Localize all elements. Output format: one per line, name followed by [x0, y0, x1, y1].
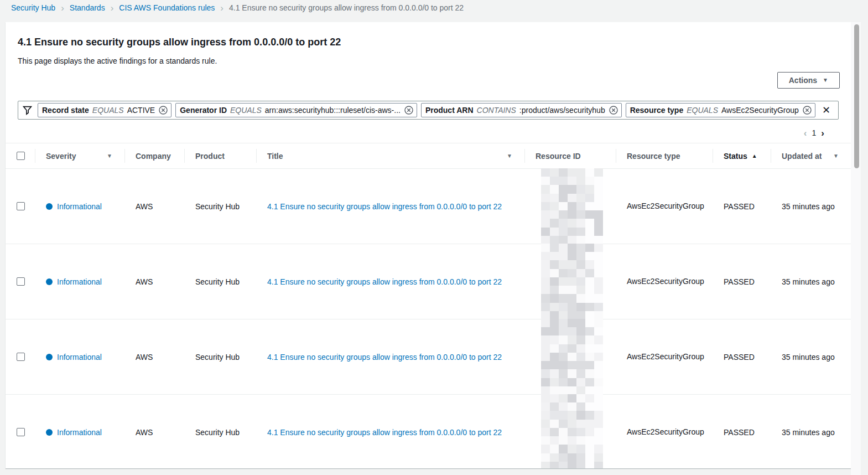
severity-label: Informational [57, 353, 102, 362]
status-cell: PASSED [713, 319, 771, 395]
product-cell: Security Hub [184, 244, 256, 319]
breadcrumb-security-hub[interactable]: Security Hub [11, 3, 55, 12]
product-cell: Security Hub [184, 395, 256, 469]
table-row: Informational AWS Security Hub 4.1 Ensur… [6, 319, 851, 395]
severity-label: Informational [57, 277, 102, 286]
select-all-checkbox[interactable] [17, 152, 25, 160]
severity-label: Informational [57, 428, 102, 437]
filter-field-label: Generator ID [180, 106, 227, 115]
filter-value-label: :product/aws/securityhub [519, 106, 605, 115]
actions-button[interactable]: Actions ▼ [777, 72, 840, 89]
title-cell: 4.1 Ensure no security groups allow ingr… [256, 169, 524, 244]
row-select-cell [6, 244, 35, 319]
resource-id-redacted [541, 319, 603, 395]
breadcrumb: Security Hub › Standards › CIS AWS Found… [0, 0, 868, 16]
product-cell: Security Hub [184, 319, 256, 395]
column-header-title[interactable]: Title ▼ [256, 143, 524, 169]
updated-at-cell: 35 minutes ago [771, 395, 851, 469]
filter-value-label: arn:aws:securityhub:::ruleset/cis-aws-..… [265, 106, 401, 115]
findings-table-body: Informational AWS Security Hub 4.1 Ensur… [6, 169, 851, 469]
resource-type-value: AwsEc2SecurityGroup [627, 276, 705, 287]
page-description: This page displays the active findings f… [18, 55, 839, 66]
resource-type-value: AwsEc2SecurityGroup [627, 426, 705, 438]
row-checkbox[interactable] [17, 202, 25, 210]
column-header-resource-id: Resource ID [524, 143, 616, 169]
filter-field-label: Product ARN [425, 106, 474, 115]
row-checkbox[interactable] [17, 428, 25, 436]
findings-filter-input[interactable]: Record state EQUALS ACTIVE Generator ID … [18, 101, 839, 120]
table-row: Informational AWS Security Hub 4.1 Ensur… [6, 169, 851, 244]
column-label: Resource ID [536, 152, 581, 161]
severity-informational-icon [46, 429, 53, 436]
resource-type-cell: AwsEc2SecurityGroup [616, 395, 713, 469]
column-header-updated-at[interactable]: Updated at ▼ [771, 143, 851, 169]
filter-operator-label: EQUALS [230, 106, 262, 115]
breadcrumb-standards[interactable]: Standards [70, 3, 105, 12]
updated-at-cell: 35 minutes ago [771, 319, 851, 395]
sort-descending-icon: ▼ [833, 153, 839, 159]
filter-funnel-icon [23, 106, 32, 115]
filter-operator-label: EQUALS [92, 106, 124, 115]
row-select-cell [6, 169, 35, 244]
resource-id-cell [524, 395, 616, 469]
filter-token-generator-id: Generator ID EQUALS arn:aws:securityhub:… [175, 103, 417, 117]
column-label: Title [267, 152, 283, 161]
status-cell: PASSED [713, 244, 771, 319]
breadcrumb-cis-rules[interactable]: CIS AWS Foundations rules [119, 3, 215, 12]
column-label: Resource type [627, 152, 680, 161]
column-label: Updated at [782, 152, 822, 161]
column-header-severity[interactable]: Severity ▼ [35, 143, 124, 169]
resource-type-value: AwsEc2SecurityGroup [627, 200, 705, 212]
sort-ascending-icon: ▲ [752, 153, 757, 159]
header-select-all [6, 143, 35, 169]
table-header-row: Severity ▼ Company Product Title ▼ [6, 143, 851, 169]
chevron-right-icon: › [61, 3, 64, 13]
filter-token-record-state: Record state EQUALS ACTIVE [38, 103, 171, 117]
filter-value-label: ACTIVE [127, 106, 155, 115]
scrollbar-thumb[interactable] [854, 24, 859, 168]
company-cell: AWS [124, 169, 184, 244]
finding-title-link[interactable]: 4.1 Ensure no security groups allow ingr… [267, 277, 502, 286]
page-title: 4.1 Ensure no security groups allow ingr… [18, 35, 839, 49]
severity-informational-icon [46, 203, 53, 210]
column-header-status[interactable]: Status ▲ [713, 143, 771, 169]
updated-at-cell: 35 minutes ago [771, 244, 851, 319]
chevron-right-icon: › [111, 3, 114, 13]
resource-id-cell [524, 169, 616, 244]
clear-filters-icon[interactable]: ✕ [820, 105, 833, 115]
row-checkbox[interactable] [17, 277, 25, 286]
resource-type-value: AwsEc2SecurityGroup [627, 351, 705, 363]
remove-filter-icon[interactable] [404, 105, 414, 115]
row-checkbox[interactable] [17, 353, 25, 361]
filter-value-label: AwsEc2SecurityGroup [721, 106, 799, 115]
remove-filter-icon[interactable] [609, 105, 618, 115]
severity-label: Informational [57, 202, 102, 211]
next-page-icon[interactable]: › [821, 128, 824, 138]
table-row: Informational AWS Security Hub 4.1 Ensur… [6, 244, 851, 319]
filter-operator-label: CONTAINS [477, 106, 516, 115]
status-cell: PASSED [713, 395, 771, 469]
company-cell: AWS [124, 244, 184, 319]
severity-informational-icon [46, 278, 53, 285]
resource-id-redacted [541, 244, 603, 319]
severity-cell: Informational [35, 244, 124, 319]
findings-table: Severity ▼ Company Product Title ▼ [6, 143, 851, 468]
remove-filter-icon[interactable] [802, 105, 812, 115]
sort-descending-icon: ▼ [507, 153, 512, 159]
filter-operator-label: EQUALS [687, 106, 718, 115]
remove-filter-icon[interactable] [158, 105, 168, 115]
column-label: Company [136, 152, 171, 161]
filter-token-product-arn: Product ARN CONTAINS :product/aws/securi… [421, 103, 622, 117]
previous-page-icon[interactable]: ‹ [804, 128, 807, 138]
row-select-cell [6, 395, 35, 469]
finding-title-link[interactable]: 4.1 Ensure no security groups allow ingr… [267, 428, 502, 437]
page-number[interactable]: 1 [812, 128, 817, 137]
actions-button-label: Actions [789, 76, 817, 85]
filter-field-label: Record state [42, 106, 89, 115]
column-label: Severity [46, 152, 76, 161]
chevron-right-icon: › [220, 3, 224, 13]
finding-title-link[interactable]: 4.1 Ensure no security groups allow ingr… [267, 353, 502, 362]
finding-title-link[interactable]: 4.1 Ensure no security groups allow ingr… [267, 202, 502, 211]
resource-id-redacted [541, 168, 603, 244]
resource-type-cell: AwsEc2SecurityGroup [616, 244, 713, 319]
